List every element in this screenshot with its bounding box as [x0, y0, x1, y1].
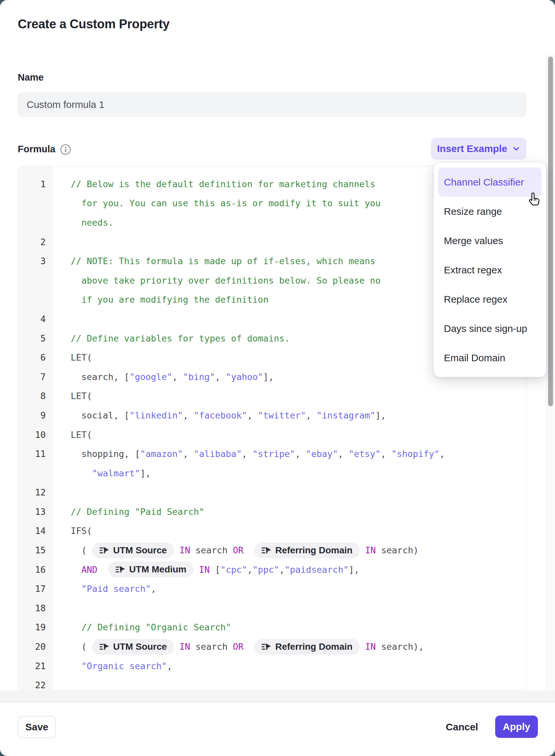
field-chip-icon: [99, 546, 109, 555]
name-input[interactable]: Custom formula 1: [18, 92, 526, 117]
code-line[interactable]: ( UTM Source IN search OR Referring Doma…: [52, 639, 526, 655]
code-line[interactable]: "Paid search",: [52, 584, 526, 594]
code-token: [174, 641, 179, 652]
code-token: "facebook": [194, 410, 247, 421]
code-token: ,: [172, 372, 183, 382]
code-token: "instagram": [316, 410, 376, 421]
field-chip-label: UTM Source: [113, 641, 167, 652]
code-token: search: [190, 545, 233, 555]
save-button[interactable]: Save: [18, 716, 56, 738]
insert-example-button[interactable]: Insert Example: [431, 138, 526, 160]
code-token: "Organic search": [82, 661, 167, 671]
code-token: // NOTE: This formula is made up of if-e…: [71, 256, 376, 266]
code-token: ,: [306, 410, 316, 421]
code-line[interactable]: "walmart"],: [52, 468, 526, 478]
menu-item-extract-regex[interactable]: Extract regex: [438, 255, 542, 285]
line-number: 16: [18, 564, 52, 575]
code-token: needs.: [71, 217, 114, 228]
modal-scrollbar-thumb[interactable]: [548, 56, 553, 406]
field-chip[interactable]: Referring Domain: [254, 639, 360, 655]
code-token: [: [210, 564, 221, 575]
code-token: IN: [365, 545, 376, 555]
field-chip-icon: [99, 642, 109, 651]
line-number: 21: [18, 661, 52, 671]
code-token: search, [: [71, 372, 130, 382]
code-token: // Define variables for types of domains…: [71, 333, 290, 344]
apply-button[interactable]: Apply: [495, 716, 538, 738]
insert-example-label: Insert Example: [437, 143, 507, 154]
code-token: ,: [381, 449, 392, 459]
code-token: // Defining "Paid Search": [71, 507, 204, 517]
line-number: 4: [18, 314, 52, 324]
code-row: 9 social, ["linkedin", "facebook", "twit…: [18, 406, 526, 425]
code-line[interactable]: // Defining "Paid Search": [52, 507, 526, 517]
code-row: 20 ( UTM Source IN search OR Referring D…: [18, 637, 526, 656]
code-token: [244, 641, 254, 652]
menu-item-resize-range[interactable]: Resize range: [438, 197, 542, 226]
line-number: 1: [18, 179, 52, 189]
code-token: [174, 545, 179, 555]
code-token: ,: [247, 564, 253, 575]
code-line[interactable]: LET(: [52, 391, 526, 401]
code-line[interactable]: shopping, ["amazon", "alibaba", "stripe"…: [52, 449, 526, 459]
code-token: "bing": [183, 372, 215, 382]
menu-item-merge-values[interactable]: Merge values: [438, 226, 542, 255]
code-token: ,: [215, 372, 226, 382]
field-chip-label: UTM Source: [113, 545, 167, 556]
line-number: 22: [18, 680, 52, 690]
code-token: IN: [179, 641, 190, 652]
info-icon[interactable]: [60, 144, 71, 155]
code-token: search: [190, 641, 233, 652]
field-chip[interactable]: UTM Source: [92, 543, 174, 558]
code-token: social, [: [71, 410, 130, 421]
code-token: [194, 564, 199, 575]
code-token: ],: [263, 372, 274, 382]
code-token: "yahoo": [225, 372, 263, 382]
code-row: 10LET(: [18, 425, 526, 444]
menu-item-channel-classifier[interactable]: Channel Classifier: [438, 167, 542, 197]
code-line[interactable]: LET(: [52, 430, 526, 440]
code-row: 21 "Organic search",: [18, 656, 526, 676]
code-token: LET(: [71, 352, 92, 363]
code-token: for you. You can use this as-is or modif…: [71, 198, 381, 208]
field-chip[interactable]: UTM Medium: [108, 562, 194, 578]
field-chip-label: Referring Domain: [275, 545, 352, 556]
code-token: LET(: [71, 391, 92, 401]
cancel-button[interactable]: Cancel: [442, 716, 482, 738]
line-number: 3: [18, 256, 52, 266]
menu-item-email-domain[interactable]: Email Domain: [438, 343, 542, 372]
line-number: 10: [18, 430, 52, 440]
line-number: 7: [18, 372, 52, 382]
code-line[interactable]: AND UTM Medium IN ["cpc","ppc","paidsear…: [52, 562, 526, 578]
code-token: [71, 468, 92, 478]
code-token: ,: [295, 449, 306, 459]
editor-bottom-band: [0, 690, 555, 702]
menu-item-days-since-sign-up[interactable]: Days since sign-up: [438, 314, 542, 343]
field-chip-icon: [261, 546, 271, 555]
field-chip[interactable]: Referring Domain: [254, 543, 360, 558]
code-token: // Defining "Organic Search": [82, 622, 231, 632]
code-token: "google": [130, 372, 172, 382]
code-row: 12: [18, 483, 526, 502]
code-line[interactable]: ( UTM Source IN search OR Referring Doma…: [52, 543, 526, 558]
line-number: 6: [18, 352, 52, 363]
code-line[interactable]: // Defining "Organic Search": [52, 622, 526, 632]
code-token: ,: [279, 564, 285, 575]
code-line[interactable]: "Organic search",: [52, 661, 526, 671]
code-token: IN: [179, 545, 190, 555]
code-line[interactable]: social, ["linkedin", "facebook", "twitte…: [52, 410, 526, 421]
code-line[interactable]: IFS(: [52, 526, 526, 536]
code-token: ,: [183, 410, 194, 421]
code-token: // Below is the default definition for m…: [71, 179, 376, 189]
code-row: 8LET(: [18, 387, 526, 406]
code-token: IN: [199, 564, 210, 575]
menu-item-replace-regex[interactable]: Replace regex: [438, 285, 542, 314]
create-custom-property-modal: Create a Custom Property Name Custom for…: [0, 0, 555, 756]
modal-title: Create a Custom Property: [18, 17, 170, 31]
field-chip[interactable]: UTM Source: [92, 639, 174, 655]
line-number: 17: [18, 584, 52, 594]
code-token: OR: [233, 641, 244, 652]
modal-scrollbar-track[interactable]: [546, 54, 555, 702]
code-token: [71, 661, 82, 671]
code-token: "walmart": [92, 468, 140, 478]
